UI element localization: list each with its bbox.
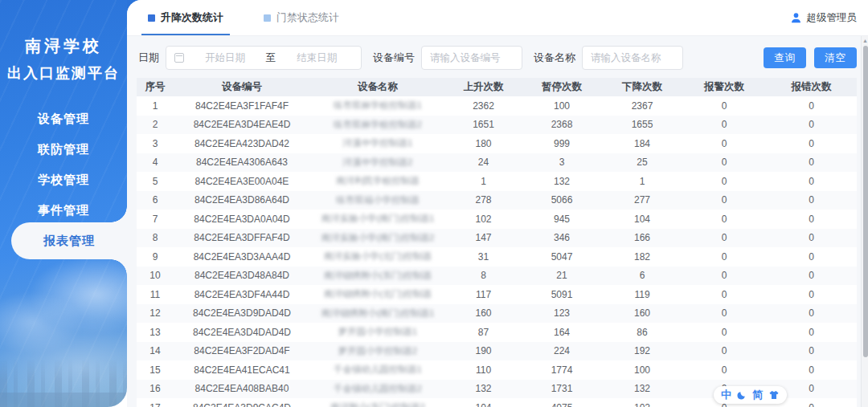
table-row: 284C2E4EA3D4EAE4D练市双林学校控制器21651236816550… (137, 116, 857, 135)
cell-num: 0 (682, 100, 766, 112)
cell-num: 346 (522, 232, 602, 243)
cell-name: 南浔锦绣附小(南门)控制器1 (310, 307, 445, 319)
cell-name: 浔溪中学控制器1 (310, 137, 445, 149)
cell-num: 0 (766, 289, 857, 300)
cell-name: 南浔利民学校控制器 (310, 175, 445, 187)
cell-seq: 3 (137, 138, 174, 149)
table-row: 184C2E4EA3F1FAF4F练市双林学校控制器12362100236700 (137, 96, 857, 116)
tab-1[interactable]: 升降次数统计 (145, 0, 227, 35)
cell-name: 南浔附小(东门)控制器2 (310, 401, 445, 407)
date-range-picker[interactable]: 开始日期 至 结束日期 (166, 46, 362, 70)
cell-num: 132 (602, 383, 682, 394)
cell-num: 0 (766, 214, 857, 225)
column-header: 下降次数 (602, 80, 682, 94)
cell-num: 0 (682, 119, 766, 130)
column-header: 设备名称 (310, 80, 445, 94)
cell-num: 0 (682, 176, 766, 187)
cell-name: 南浔锦绣附小(北门)控制器 (310, 288, 445, 300)
user-menu[interactable]: 超级管理员 (790, 11, 858, 25)
cell-num: 87 (445, 327, 522, 338)
cell-seq: 17 (137, 402, 174, 407)
date-label: 日期 (138, 51, 159, 65)
cell-name: 南浔锦绣附小(东门)控制器 (310, 270, 445, 282)
cell-seq: 11 (137, 289, 174, 300)
cell-num: 0 (682, 194, 766, 206)
cell-id: 84C2E4EA3DF4A44D (174, 289, 310, 300)
cell-num: 2367 (602, 100, 682, 112)
cell-name: 练市双林学校控制器1 (310, 100, 445, 112)
tab-label: 门禁状态统计 (276, 10, 339, 25)
column-header: 设备编号 (174, 80, 310, 94)
cell-num: 0 (766, 100, 857, 112)
user-name: 超级管理员 (807, 11, 858, 25)
app-title: 南浔学校 出入口监测平台 (0, 0, 127, 83)
cell-id: 84C2E4EA4306A643 (174, 157, 310, 168)
cell-num: 86 (602, 327, 682, 338)
cell-seq: 13 (137, 327, 174, 338)
filter-bar: 日期 开始日期 至 结束日期 设备编号 请输入设备编号 设备名称 请输入设备名称… (127, 36, 868, 70)
sidebar: 南浔学校 出入口监测平台 设备管理联防管理学校管理事件管理报表管理 (0, 0, 127, 407)
device-no-placeholder: 请输入设备编号 (430, 51, 501, 65)
calendar-icon (174, 53, 184, 63)
cell-num: 0 (682, 327, 766, 338)
cell-num: 24 (445, 157, 522, 168)
table-row: 384C2E4EA423DAD42浔溪中学控制器118099918400 (137, 134, 857, 153)
cell-name: 南浔实验小学(北门)控制器 (310, 250, 445, 263)
cell-seq: 1 (137, 100, 174, 112)
cell-name: 南浔实验小学(南门)控制器1 (310, 213, 445, 225)
cell-num: 0 (766, 327, 857, 338)
cell-num: 2368 (522, 119, 602, 130)
cell-name: 梦开园小学控制器2 (310, 345, 445, 357)
cell-id: 84C2E4EA3D9DAD4D (174, 307, 310, 319)
table-header-row: 序号设备编号设备名称上升次数暂停次数下降次数报警次数报错次数 (137, 78, 857, 96)
cell-id: 84C2E4EA3D3AAA4D (174, 251, 310, 263)
cell-num: 132 (445, 383, 522, 394)
cell-num: 180 (445, 138, 522, 149)
scrollbar-thumb[interactable] (863, 46, 868, 357)
table-row: 984C2E4EA3D3AAA4D南浔实验小学(北门)控制器3150471820… (137, 247, 857, 267)
range-separator: 至 (266, 51, 276, 65)
table-row: 1084C2E4EA3D48A84D南浔锦绣附小(东门)控制器821600 (137, 267, 857, 286)
search-button[interactable]: 查询 (764, 47, 806, 68)
cell-name: 浔溪中学控制器2 (310, 157, 445, 169)
cell-name: 练市双林学校控制器2 (310, 119, 445, 131)
cell-num: 0 (682, 345, 766, 356)
table-row: 1384C2E4EA3D4DAD4D梦开园小学控制器1871648600 (137, 323, 857, 342)
cell-num: 0 (766, 194, 857, 206)
sidebar-item-3[interactable]: 学校管理 (0, 165, 127, 195)
cell-num: 999 (522, 138, 602, 149)
cell-id: 84C2E4EA3D86A64D (174, 194, 310, 206)
tab-2[interactable]: 门禁状态统计 (260, 0, 342, 35)
sidebar-item-5[interactable]: 报表管理 (11, 222, 127, 259)
cell-id: 84C2E4EA3F2DAD4F (174, 345, 310, 356)
statistics-table: 序号设备编号设备名称上升次数暂停次数下降次数报警次数报错次数 184C2E4EA… (137, 78, 857, 407)
sidebar-item-4[interactable]: 事件管理 (0, 195, 127, 226)
tab-label: 升降次数统计 (161, 10, 223, 25)
cell-id: 84C2E4EA3D4DAD4D (174, 327, 310, 338)
clear-button[interactable]: 清空 (814, 47, 857, 68)
filter-buttons: 查询 清空 (764, 47, 857, 68)
user-icon (790, 12, 802, 24)
ime-toolbar[interactable]: 中 简 (714, 386, 787, 404)
device-name-input[interactable]: 请输入设备名称 (582, 46, 683, 70)
cell-num: 5091 (522, 289, 602, 300)
shirt-skin-icon (768, 390, 780, 400)
cell-seq: 7 (137, 214, 174, 225)
main-panel: 升降次数统计门禁状态统计 超级管理员 日期 开始日期 至 结束日期 设备编号 请… (127, 0, 868, 407)
device-no-input[interactable]: 请输入设备编号 (421, 46, 522, 70)
cell-num: 3 (522, 157, 602, 168)
sidebar-item-1[interactable]: 设备管理 (0, 104, 127, 134)
cell-num: 0 (682, 289, 766, 300)
cell-num: 0 (766, 364, 857, 376)
sidebar-item-2[interactable]: 联防管理 (0, 134, 127, 165)
cell-num: 0 (766, 138, 857, 149)
cell-num: 102 (445, 214, 522, 225)
moon-icon (737, 390, 747, 400)
scroll-up-arrow[interactable]: ▲ (862, 38, 868, 43)
table-row: 684C2E4EA3D86A64D练市双福小学控制器278506627700 (137, 191, 857, 210)
table-row: 884C2E4EA3DFFAF4D南浔实验小学(南门)控制器2147346166… (137, 229, 857, 248)
vertical-scrollbar[interactable]: ▲ (861, 36, 868, 407)
cell-seq: 2 (137, 119, 174, 130)
cell-num: 104 (445, 402, 522, 407)
cell-seq: 15 (137, 364, 174, 376)
